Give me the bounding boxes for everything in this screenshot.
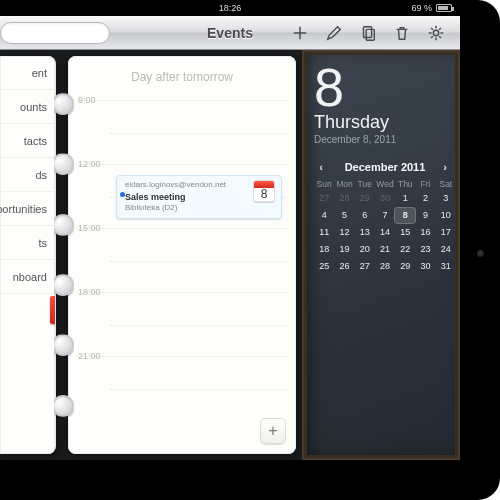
screen: 18:26 69 % Events [0,0,460,460]
full-date-label: December 8, 2011 [314,134,460,145]
mini-cal-day[interactable]: 6 [355,208,375,223]
mini-cal-dow: Fri [415,179,435,189]
hour-label: 12:00 [78,159,101,169]
mini-cal-dow: Tue [355,179,375,189]
day-heading: Day after tomorrow [68,56,296,90]
page-title: Events [0,25,460,41]
mini-cal-day[interactable]: 10 [436,208,456,223]
notebook-left-page: entountstactsdsportunitiestsnboard [0,56,56,454]
hour-label: 15:00 [78,223,101,233]
hour-row: 21:00 [76,356,288,420]
sidebar-item[interactable]: ounts [0,90,55,124]
mini-cal-dow: Mon [334,179,354,189]
mini-cal-day[interactable]: 21 [375,242,395,257]
mini-cal-day[interactable]: 24 [436,242,456,257]
title-bar: Events [0,16,460,50]
prev-month-button[interactable]: ‹ [314,161,328,173]
notebook-right-page: Day after tomorrow 9:0012:0015:0018:0021… [68,56,296,454]
mini-cal-day[interactable]: 3 [436,191,456,206]
hour-label: 18:00 [78,287,101,297]
mini-cal-day[interactable]: 30 [375,191,395,206]
hour-row: 9:00 [76,100,288,164]
day-timeline[interactable]: 9:0012:0015:0018:0021:00 eldars.loginovs… [76,100,288,418]
next-month-button[interactable]: › [438,161,452,173]
status-time: 18:26 [0,0,460,16]
status-bar: 18:26 69 % [0,0,460,16]
weekday-label: Thursday [314,112,460,133]
hour-row: 18:00 [76,292,288,356]
mini-cal-day[interactable]: 7 [375,208,395,223]
mini-cal-day[interactable]: 5 [334,208,354,223]
mini-cal-day[interactable]: 13 [355,225,375,240]
mini-cal-day[interactable]: 23 [415,242,435,257]
mini-cal-day[interactable]: 30 [415,259,435,274]
mini-cal-day[interactable]: 9 [415,208,435,223]
hour-row: 15:00 [76,228,288,292]
sidebar-item[interactable]: tacts [0,124,55,158]
calendar-event[interactable]: eldars.loginovs@vendon.net Sales meeting… [116,175,282,219]
mini-cal-day[interactable]: 26 [334,259,354,274]
event-location: Biblioteka (D2) [125,203,275,214]
sidebar-item[interactable]: ds [0,158,55,192]
calendar-date-icon: 8 [253,180,275,202]
mini-cal-day[interactable]: 29 [395,259,415,274]
mini-cal-day[interactable]: 28 [334,191,354,206]
hour-label: 21:00 [78,351,101,361]
camera-dot [477,250,484,257]
mini-cal-day[interactable]: 22 [395,242,415,257]
mini-cal-day[interactable]: 11 [314,225,334,240]
mini-cal-dow: Thu [395,179,415,189]
mini-cal-day[interactable]: 19 [334,242,354,257]
sidebar-item[interactable]: portunities [0,192,55,226]
mini-cal-day[interactable]: 15 [395,225,415,240]
mini-cal-day[interactable]: 31 [436,259,456,274]
mini-cal-dow: Sat [436,179,456,189]
mini-cal-day[interactable]: 27 [355,259,375,274]
mini-cal-day[interactable]: 1 [395,191,415,206]
add-event-button[interactable]: + [260,418,286,444]
mini-cal-day[interactable]: 16 [415,225,435,240]
mini-cal-day[interactable]: 20 [355,242,375,257]
big-day-number: 8 [314,60,460,114]
mini-cal-day[interactable]: 29 [355,191,375,206]
mini-cal-day[interactable]: 25 [314,259,334,274]
sidebar-item[interactable]: ent [0,56,55,90]
mini-cal-title: December 2011 [345,161,426,173]
mini-cal-day[interactable]: 4 [314,208,334,223]
notebook: entountstactsdsportunitiestsnboard Day a… [0,50,302,460]
mini-cal-day[interactable]: 14 [375,225,395,240]
sidebar-item[interactable]: ts [0,226,55,260]
mini-cal-day[interactable]: 2 [415,191,435,206]
mini-cal-day[interactable]: 17 [436,225,456,240]
mini-cal-day[interactable]: 18 [314,242,334,257]
mini-cal-dow: Wed [375,179,395,189]
event-status-dot [120,192,125,197]
mini-cal-dow: Sun [314,179,334,189]
binder-rings [52,74,76,436]
mini-cal-day[interactable]: 28 [375,259,395,274]
ipad-frame: 18:26 69 % Events [0,0,500,500]
hour-label: 9:00 [78,95,96,105]
mini-cal-day[interactable]: 8 [395,208,415,223]
sidebar-item[interactable]: nboard [0,260,55,294]
main-area: entountstactsdsportunitiestsnboard Day a… [0,50,460,460]
battery-icon [436,4,452,12]
mini-cal-day[interactable]: 27 [314,191,334,206]
mini-calendar: ‹ December 2011 › SunMonTueWedThuFriSat2… [314,161,456,274]
mini-cal-day[interactable]: 12 [334,225,354,240]
date-panel: 8 Thursday December 8, 2011 ‹ December 2… [302,50,460,460]
